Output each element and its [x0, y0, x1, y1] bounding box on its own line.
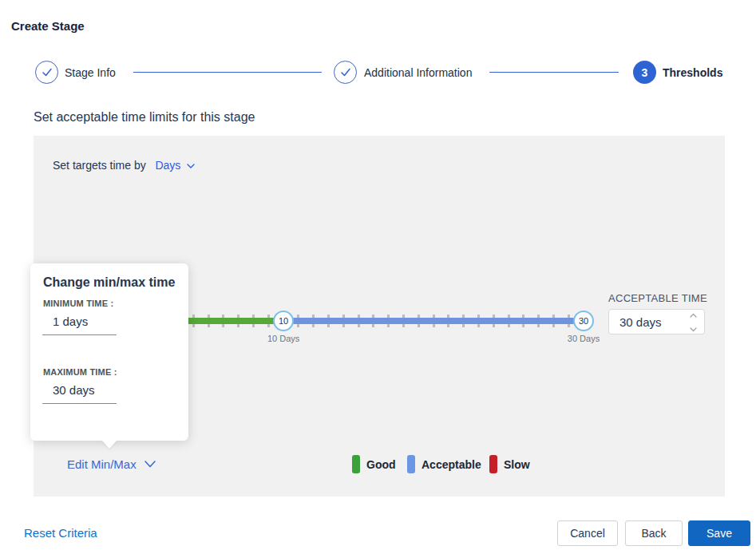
targets-unit-value: Days	[155, 159, 180, 172]
slider-min-day-label: 10 Days	[267, 334, 299, 343]
targets-unit-dropdown[interactable]: Days	[155, 159, 195, 172]
save-button[interactable]: Save	[688, 520, 750, 546]
step-connector-1	[133, 72, 322, 73]
popover-title: Change min/max time	[43, 275, 175, 290]
spinner-down-icon[interactable]	[690, 327, 697, 332]
step-2-circle[interactable]	[334, 61, 357, 84]
slider-track-acceptable	[283, 318, 584, 324]
spinner-up-icon[interactable]	[690, 313, 697, 318]
threshold-slider: 10 30 10 Days 30 Days	[148, 307, 596, 346]
legend-swatch-slow	[489, 455, 497, 473]
maximum-time-label: MAXIMUM TIME :	[43, 367, 117, 377]
acceptable-time-input-wrap	[608, 309, 705, 334]
acceptable-time-label: ACCEPTABLE TIME	[608, 292, 707, 304]
slider-handle-min-value: 10	[279, 316, 288, 326]
chevron-down-icon	[187, 164, 195, 168]
step-connector-2	[489, 72, 619, 73]
step-3-label: Thresholds	[663, 66, 722, 79]
maximum-time-input[interactable]	[42, 383, 117, 404]
minimum-time-label: MINIMUM TIME :	[43, 299, 113, 308]
legend-label-good: Good	[366, 458, 396, 471]
page-title: Create Stage	[11, 19, 85, 33]
check-icon	[340, 68, 351, 77]
cancel-button[interactable]: Cancel	[557, 520, 618, 546]
step-3-circle[interactable]: 3	[633, 61, 656, 84]
slider-handle-min[interactable]: 10	[273, 311, 294, 331]
back-button[interactable]: Back	[625, 520, 683, 546]
legend-label-acceptable: Acceptable	[422, 458, 481, 471]
legend-swatch-acceptable	[407, 455, 415, 473]
edit-minmax-label: Edit Min/Max	[67, 457, 137, 471]
slider-handle-max-value: 30	[579, 316, 588, 326]
step-2-label: Additional Information	[364, 66, 472, 79]
create-stage-dialog: Create Stage Stage Info Additional Infor…	[0, 0, 756, 558]
step-1-circle[interactable]	[35, 61, 58, 84]
section-heading: Set acceptable time limits for this stag…	[34, 110, 255, 125]
step-1-label: Stage Info	[65, 66, 116, 79]
targets-time-label: Set targets time by	[53, 159, 146, 172]
slider-max-day-label: 30 Days	[568, 334, 600, 343]
change-minmax-popover: Change min/max time MINIMUM TIME : MAXIM…	[30, 263, 188, 441]
chevron-down-icon	[144, 461, 156, 468]
check-icon	[42, 68, 53, 77]
targets-time-row: Set targets time by Days	[53, 159, 195, 172]
edit-minmax-link[interactable]: Edit Min/Max	[67, 457, 156, 471]
legend-label-slow: Slow	[504, 458, 530, 471]
popover-caret	[101, 440, 117, 449]
reset-criteria-link[interactable]: Reset Criteria	[24, 526, 97, 540]
minimum-time-input[interactable]	[42, 315, 117, 335]
step-3-number: 3	[642, 66, 648, 79]
legend-swatch-good	[352, 455, 360, 473]
acceptable-time-spinner[interactable]	[688, 313, 698, 332]
slider-handle-max[interactable]: 30	[573, 311, 594, 331]
